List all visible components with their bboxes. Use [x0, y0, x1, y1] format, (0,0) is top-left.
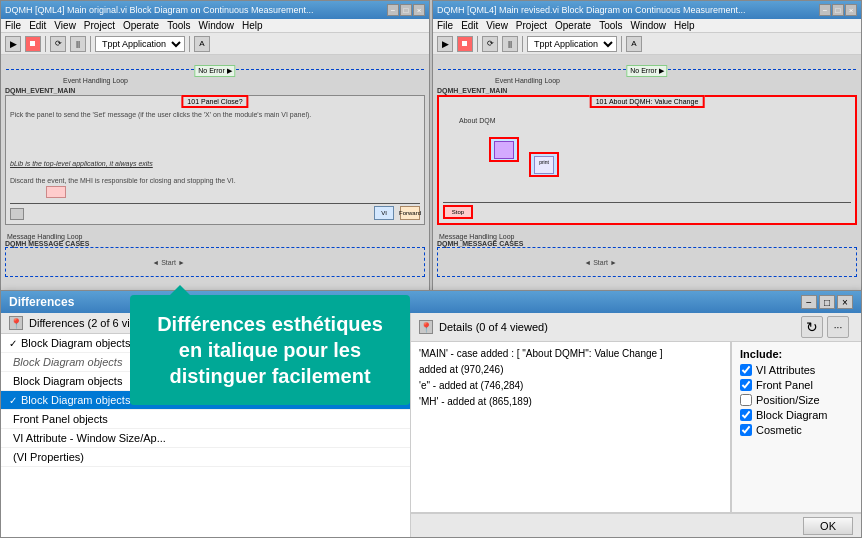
detail-header-bar: 📍 Details (0 of 4 viewed) ↻ ··· [411, 313, 861, 342]
lv-titlebar-right: DQMH [QML4] Main revised.vi Block Diagra… [433, 1, 861, 19]
diff-item-text-3: Block Diagram objects [13, 375, 122, 387]
callout-tooltip: Différences esthétiques en italique pour… [130, 295, 410, 405]
dialog-close-btn[interactable]: × [837, 295, 853, 309]
diff-list-item-6[interactable]: VI Attribute - Window Size/Ap... [1, 429, 410, 448]
toolbar-sep-1 [45, 36, 46, 52]
diff-item-text-5: Front Panel objects [13, 413, 108, 425]
stop-btn-right[interactable]: ⏹ [457, 36, 473, 52]
toolbar-btn-1[interactable]: ⟳ [50, 36, 66, 52]
menu-help-left[interactable]: Help [242, 20, 263, 31]
dialog-window-controls: − □ × [801, 295, 853, 309]
menu-file-right[interactable]: File [437, 20, 453, 31]
include-item-block-diagram[interactable]: Block Diagram [740, 409, 853, 421]
lv-titlebar-left: DQMH [QML4] Main original.vi Block Diagr… [1, 1, 429, 19]
toolbar-sep-2 [90, 36, 91, 52]
diff-item-text-4: Block Diagram objects [21, 394, 130, 406]
refresh-button[interactable]: ↻ [801, 316, 823, 338]
menu-operate-right[interactable]: Operate [555, 20, 591, 31]
menu-window-left[interactable]: Window [198, 20, 234, 31]
menu-operate-left[interactable]: Operate [123, 20, 159, 31]
cosmetic-checkbox[interactable] [740, 424, 752, 436]
menu-edit-left[interactable]: Edit [29, 20, 46, 31]
dialog-footer: OK [411, 513, 861, 537]
menu-tools-left[interactable]: Tools [167, 20, 190, 31]
close-btn-right[interactable]: × [845, 4, 857, 16]
small-node-left [10, 208, 24, 220]
pin-icon-left[interactable]: 📍 [9, 316, 23, 330]
event-structure-left: 101 Panel Close? Pick the panel to send … [5, 95, 425, 225]
close-btn-left[interactable]: × [413, 4, 425, 16]
toolbar-sep-r2 [522, 36, 523, 52]
include-title: Include: [740, 348, 853, 360]
menu-edit-right[interactable]: Edit [461, 20, 478, 31]
block-diagram-checkbox[interactable] [740, 409, 752, 421]
include-item-position-size[interactable]: Position/Size [740, 394, 853, 406]
detail-list: 'MAIN' - case added : [ "About DQMH": Va… [411, 342, 731, 512]
menu-window-right[interactable]: Window [630, 20, 666, 31]
message-loop-left: ◄ Start ► [5, 247, 425, 277]
ok-button[interactable]: OK [803, 517, 853, 535]
menu-tools-right[interactable]: Tools [599, 20, 622, 31]
toolbar-btn-r1[interactable]: ⟳ [482, 36, 498, 52]
maximize-btn-left[interactable]: □ [400, 4, 412, 16]
toolbar-sep-r1 [477, 36, 478, 52]
run-btn-right[interactable]: ▶ [437, 36, 453, 52]
event-loop-label-right: Event Handling Loop [493, 77, 562, 84]
more-options-button[interactable]: ··· [827, 316, 849, 338]
menu-view-right[interactable]: View [486, 20, 508, 31]
toolbar-btn-r3[interactable]: A [626, 36, 642, 52]
message-loop-right: ◄ Start ► [437, 247, 857, 277]
menu-file-left[interactable]: File [5, 20, 21, 31]
block-diagram-label: Block Diagram [756, 409, 828, 421]
dqmh-label-left: DQMH_EVENT_MAIN [5, 87, 75, 94]
toolbar-btn-2[interactable]: || [70, 36, 86, 52]
menu-view-left[interactable]: View [54, 20, 76, 31]
no-error-right: No Error ▶ [626, 65, 667, 77]
dialog-minimize-btn[interactable]: − [801, 295, 817, 309]
dqmh-message-label-right: DQMH_MESSAGE CASES [437, 240, 523, 247]
diff-list-item-7[interactable]: (VI Properties) [1, 448, 410, 467]
stop-btn-left[interactable]: ⏹ [25, 36, 41, 52]
pin-icon-right[interactable]: 📍 [419, 320, 433, 334]
forward-btn-left[interactable]: Forward [400, 206, 420, 220]
minimize-btn-right[interactable]: − [819, 4, 831, 16]
include-item-cosmetic[interactable]: Cosmetic [740, 424, 853, 436]
detail-header-text: Details (0 of 4 viewed) [439, 321, 797, 333]
diff-right-top: 📍 Details (0 of 4 viewed) ↻ ··· 'MAIN' -… [411, 313, 861, 513]
lv-canvas-right: No Error ▶ Event Handling Loop DQMH_EVEN… [433, 55, 861, 299]
wire-h-right [443, 202, 851, 203]
toolbar-sep-r3 [621, 36, 622, 52]
lv-menubar-right: File Edit View Project Operate Tools Win… [433, 19, 861, 33]
position-size-checkbox[interactable] [740, 394, 752, 406]
menu-help-right[interactable]: Help [674, 20, 695, 31]
toolbar-sep-3 [189, 36, 190, 52]
menu-project-right[interactable]: Project [516, 20, 547, 31]
toolbar-btn-3[interactable]: A [194, 36, 210, 52]
detail-item-3: 'e" - added at (746,284) [415, 378, 726, 394]
detail-item-4: 'MH' - added at (865,189) [415, 394, 726, 410]
diff-item-text-1: Block Diagram objects [21, 337, 130, 349]
font-select-left[interactable]: Tppt Application font [95, 36, 185, 52]
lv-toolbar-left: ▶ ⏹ ⟳ || Tppt Application font A [1, 33, 429, 55]
menu-project-left[interactable]: Project [84, 20, 115, 31]
front-panel-checkbox[interactable] [740, 379, 752, 391]
position-size-label: Position/Size [756, 394, 820, 406]
include-item-vi-attributes[interactable]: VI Attributes [740, 364, 853, 376]
lv-window-right: DQMH [QML4] Main revised.vi Block Diagra… [432, 0, 862, 300]
event-structure-right: 101 About DQMH: Value Change About DQM p… [437, 95, 857, 225]
maximize-btn-right[interactable]: □ [832, 4, 844, 16]
font-select-right[interactable]: Tppt Application font [527, 36, 617, 52]
toolbar-btn-r2[interactable]: || [502, 36, 518, 52]
about-text-right: About DQM [459, 117, 496, 124]
lv-canvas-left: No Error ▶ Event Handling Loop DQMH_EVEN… [1, 55, 429, 299]
diff-item-text-6: VI Attribute - Window Size/Ap... [13, 432, 166, 444]
dialog-maximize-btn[interactable]: □ [819, 295, 835, 309]
close-text-left: Discard the event, the MHI is responsibl… [10, 176, 420, 185]
diff-list-item-5[interactable]: Front Panel objects [1, 410, 410, 429]
include-item-front-panel[interactable]: Front Panel [740, 379, 853, 391]
minimize-btn-left[interactable]: − [387, 4, 399, 16]
check-icon-4: ✓ [9, 395, 17, 406]
run-btn-left[interactable]: ▶ [5, 36, 21, 52]
vi-attributes-checkbox[interactable] [740, 364, 752, 376]
lv-toolbar-right: ▶ ⏹ ⟳ || Tppt Application font A [433, 33, 861, 55]
